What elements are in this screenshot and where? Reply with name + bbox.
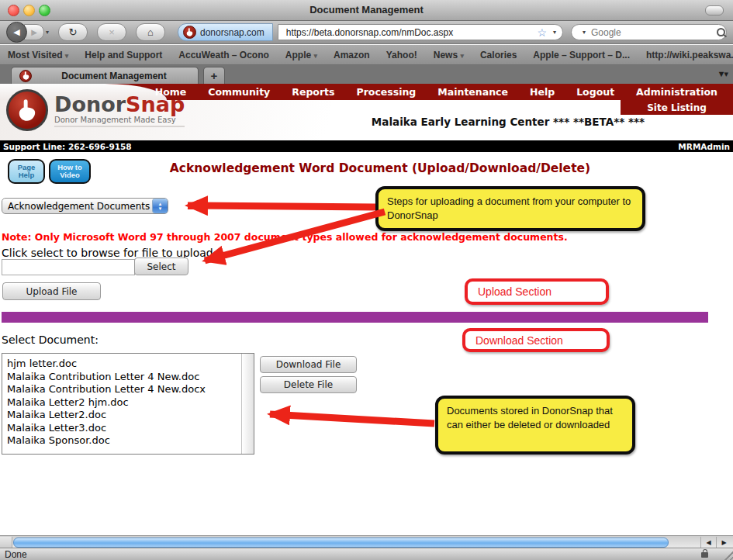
support-line: Support Line: 262-696-9158 [3,142,132,151]
dropdown-caret-icon: ▾ [314,52,318,60]
nav-processing[interactable]: Processing [346,86,427,98]
reload-button[interactable]: ↻ [58,23,88,41]
listbox-scrollbar[interactable] [241,354,254,454]
bookmark-accuweather[interactable]: AccuWeath – Ocono [178,50,268,60]
document-list: hjm letter.doc Malaika Contribution Lett… [2,354,241,454]
callout-upload-steps: Steps for uploading a document from your… [375,186,645,231]
nav-logout[interactable]: Logout [565,86,625,98]
search-box: ▾ [571,24,727,40]
new-tab-button[interactable]: + [203,67,225,84]
delete-file-button[interactable]: Delete File [260,376,357,393]
support-bar: Support Line: 262-696-9158 MRMAdmin [0,140,733,152]
nav-community[interactable]: Community [197,86,281,98]
document-listbox[interactable]: hjm letter.doc Malaika Contribution Lett… [2,353,254,455]
list-item[interactable]: hjm letter.doc [7,358,241,371]
tab-favicon [19,70,32,82]
page-title: Acknowledgement Word Document (Upload/Do… [124,161,636,175]
list-item[interactable]: Malaika Contribution Letter 4 New.docx [7,383,241,396]
back-icon: ◀ [13,27,19,37]
download-file-button[interactable]: Download File [260,356,357,373]
browser-window: Document Management ◀ ▶ ▾ ↻ × ⌂ donorsna… [0,0,733,560]
tab-list-icon: ▼▾ [717,69,727,78]
nav-reports[interactable]: Reports [281,86,345,98]
how-to-video-button[interactable]: How to Video [49,159,91,184]
security-lock-icon [701,552,708,558]
window-titlebar: Document Management [0,0,733,21]
bookmark-star-icon[interactable]: ☆ [537,27,547,38]
site-identity-label: donorsnap.com [200,27,265,38]
url-input[interactable] [285,26,533,39]
home-button[interactable]: ⌂ [136,23,165,41]
logo-tagline: Donor Management Made Easy [54,116,185,127]
forward-icon: ▶ [31,28,37,36]
bookmark-calories[interactable]: Calories [480,50,517,60]
bookmark-most-visited[interactable]: Most Visited ▾ [8,50,68,60]
section-divider-bar [2,312,708,323]
site-favicon [183,26,196,39]
stop-icon: × [109,26,115,38]
scroll-left-button[interactable]: ◀ [700,537,716,548]
horizontal-scroll-thumb[interactable] [13,538,669,548]
bookmark-help-support[interactable]: Help and Support [85,50,162,60]
bookmark-amazon[interactable]: Amazon [334,50,370,60]
url-field-container: ☆ ▾ [278,24,563,40]
tab-document-management[interactable]: Document Management [11,67,199,84]
nav-maintenance[interactable]: Maintenance [427,86,519,98]
callout-documents-stored: Documents stored in DonorSnap that can e… [435,396,635,455]
nav-help[interactable]: Help [519,86,565,98]
back-button[interactable]: ◀ [6,22,27,43]
site-nav-menu: Home Community Reports Processing Mainte… [144,84,728,100]
upload-file-button[interactable]: Upload File [2,282,101,300]
scrollbar-corner [0,537,12,548]
nav-site-listing[interactable]: Site Listing [621,100,733,115]
history-caret-icon[interactable]: ▾ [46,29,49,36]
document-type-select[interactable]: Acknowledgement Documents ▲▼ [2,198,168,214]
reload-icon: ↻ [69,26,78,38]
donorsnap-hand-icon [6,89,48,131]
select-file-button[interactable]: Select [134,258,188,275]
window-title: Document Management [0,4,733,16]
tab-bar: Document Management + ▼▾ [0,65,733,84]
search-input[interactable] [590,26,713,39]
bookmark-news[interactable]: News ▾ [434,50,464,60]
organization-title: Malaika Early Learning Center *** **BETA… [287,116,729,128]
home-icon: ⌂ [147,26,154,38]
list-item[interactable]: Malaika Letter3.doc [7,422,241,435]
arrow-to-listbox [270,414,434,423]
callout-upload-section: Upload Section [465,278,609,305]
search-engine-caret-icon[interactable]: ▾ [583,29,586,36]
word-version-note: Note: Only Microsoft Word 97 through 200… [2,231,568,243]
dropdown-caret-icon: ▾ [65,52,69,60]
horizontal-scrollbar[interactable]: ◀ ▶ [0,535,733,548]
list-item[interactable]: Malaika Letter2 hjm.doc [7,396,241,410]
page-help-button[interactable]: Page Help [8,159,45,184]
toolbar-toggle-lozenge[interactable] [705,5,724,16]
window-resize-grip[interactable] [722,549,733,560]
callout-download-section: Download Section [462,328,610,352]
status-text: Done [5,549,27,560]
stop-button[interactable]: × [97,23,126,41]
scroll-left-icon: ◀ [706,539,711,546]
donorsnap-logo[interactable]: DonorSnap Donor Management Made Easy [6,89,185,131]
list-item[interactable]: Malaika Contribution Letter 4 New.doc [7,371,241,384]
tab-list-button[interactable]: ▼▾ [717,69,727,79]
file-path-input[interactable] [2,259,135,275]
bookmark-apple[interactable]: Apple ▾ [285,50,317,60]
navigation-toolbar: ◀ ▶ ▾ ↻ × ⌂ donorsnap.com ☆ ▾ ▾ [0,21,733,44]
logo-wordmark: DonorSnap [54,94,185,115]
bookmark-wiki-peakswa[interactable]: http://wiki.peakswa... [646,50,733,60]
nav-administration[interactable]: Administration [625,86,728,98]
url-dropdown-caret-icon[interactable]: ▾ [553,29,556,36]
list-item[interactable]: Malaika Letter2.doc [7,409,241,422]
list-item[interactable]: Malaika Sponsor.doc [7,434,241,448]
scroll-right-button[interactable]: ▶ [716,537,731,548]
bookmark-yahoo[interactable]: Yahoo! [386,50,417,60]
site-identity-button[interactable]: donorsnap.com [178,23,273,41]
page-content: Home Community Reports Processing Mainte… [0,84,733,535]
logged-in-user: MRMAdmin [678,142,730,151]
select-document-label: Select Document: [2,334,99,346]
bookmark-apple-support[interactable]: Apple – Support – D... [533,50,630,60]
search-magnifier-icon[interactable] [717,28,725,36]
bookmarks-bar: Most Visited ▾ Help and Support AccuWeat… [0,45,733,65]
tab-title: Document Management [61,71,166,81]
